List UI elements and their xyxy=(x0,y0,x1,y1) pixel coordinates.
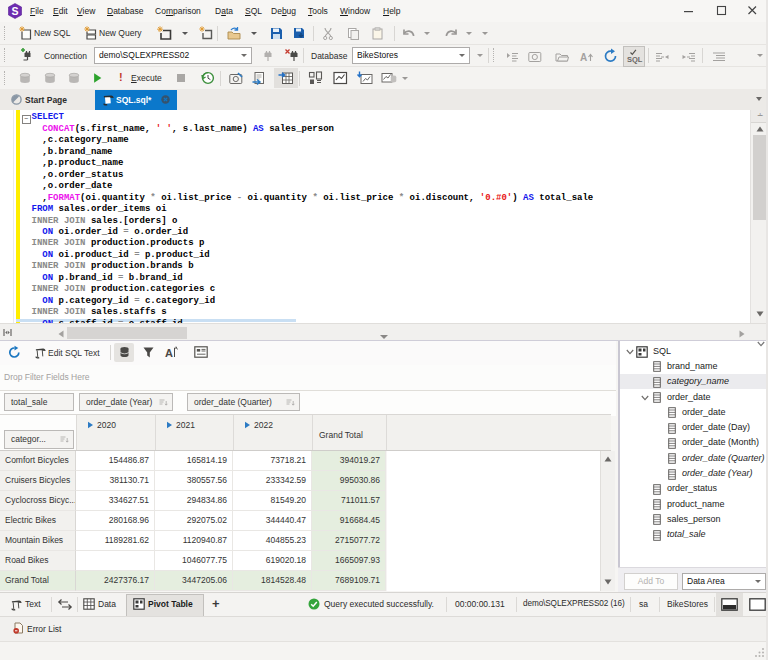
svg-text:SQL: SQL xyxy=(627,55,643,64)
svg-text:A: A xyxy=(165,347,173,359)
svg-text:S: S xyxy=(11,5,18,17)
svg-text:A: A xyxy=(580,52,587,63)
